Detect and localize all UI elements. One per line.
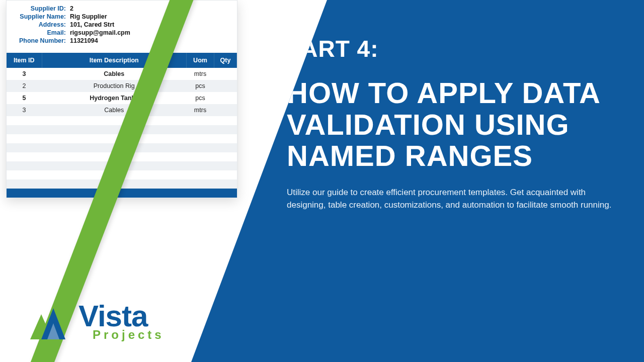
logo-sub: Projects	[93, 328, 165, 342]
part-label: PART 4:	[287, 35, 619, 62]
phone-value: 11321094	[70, 37, 98, 44]
supplier-name-value: Rig Supplier	[70, 13, 107, 20]
hero-blue-panel: PART 4: HOW TO APPLY DATA VALIDATION USI…	[191, 0, 644, 362]
cell-uom: mtrs	[187, 104, 214, 116]
cell-item-id: 5	[7, 92, 42, 104]
cell-item-desc: Cables	[42, 104, 187, 116]
hero-content: PART 4: HOW TO APPLY DATA VALIDATION USI…	[287, 35, 619, 212]
cell-qty	[214, 68, 237, 80]
col-qty: Qty	[214, 53, 237, 68]
email-value: rigsupp@gmail.cpm	[70, 29, 130, 36]
brand-logo: Vista Projects	[30, 303, 165, 342]
supplier-info-block: Supplier ID: 2 Supplier Name: Rig Suppli…	[7, 1, 237, 50]
slide-title: HOW TO APPLY DATA VALIDATION USING NAMED…	[287, 77, 619, 172]
col-item-id: Item ID	[7, 53, 42, 68]
info-row: Supplier Name: Rig Supplier	[16, 13, 232, 21]
cell-item-desc: Production Rig	[42, 80, 187, 92]
cell-uom: mtrs	[187, 68, 214, 80]
cell-uom: pcs	[187, 92, 214, 104]
cell-item-desc: Hydrogen Tanks	[42, 92, 187, 104]
table-row: 5Hydrogen Tankspcs	[7, 92, 237, 104]
info-row: Supplier ID: 2	[16, 5, 232, 13]
logo-text: Vista Projects	[78, 303, 165, 342]
phone-label: Phone Number:	[16, 37, 66, 44]
cell-qty	[214, 92, 237, 104]
table-header-row: Item ID Item Description Uom Qty	[7, 53, 237, 68]
cell-qty	[214, 104, 237, 116]
supplier-id-value: 2	[70, 5, 73, 12]
info-row: Phone Number: 11321094	[16, 37, 232, 45]
supplier-name-label: Supplier Name:	[16, 13, 66, 20]
cell-item-id: 3	[7, 104, 42, 116]
table-row: 2Production Rigpcs	[7, 80, 237, 92]
cell-qty	[214, 80, 237, 92]
logo-mark-icon	[30, 303, 71, 341]
address-label: Address:	[16, 21, 66, 28]
supplier-id-label: Supplier ID:	[16, 5, 66, 12]
table-row: 3Cablesmtrs	[7, 104, 237, 116]
cell-uom: pcs	[187, 80, 214, 92]
email-label: Email:	[16, 29, 66, 36]
slide-description: Utilize our guide to create efficient pr…	[287, 186, 619, 212]
col-uom: Uom	[187, 53, 214, 68]
info-row: Address: 101, Cared Strt	[16, 21, 232, 29]
slide-stage: Supplier ID: 2 Supplier Name: Rig Suppli…	[0, 0, 644, 362]
cell-item-id: 2	[7, 80, 42, 92]
address-value: 101, Cared Strt	[70, 21, 114, 28]
info-row: Email: rigsupp@gmail.cpm	[16, 29, 232, 37]
cell-item-id: 3	[7, 68, 42, 80]
sheet-footer-stripe	[7, 189, 237, 198]
logo-name: Vista	[78, 303, 165, 330]
table-row: 3Cablesmtrs	[7, 68, 237, 80]
